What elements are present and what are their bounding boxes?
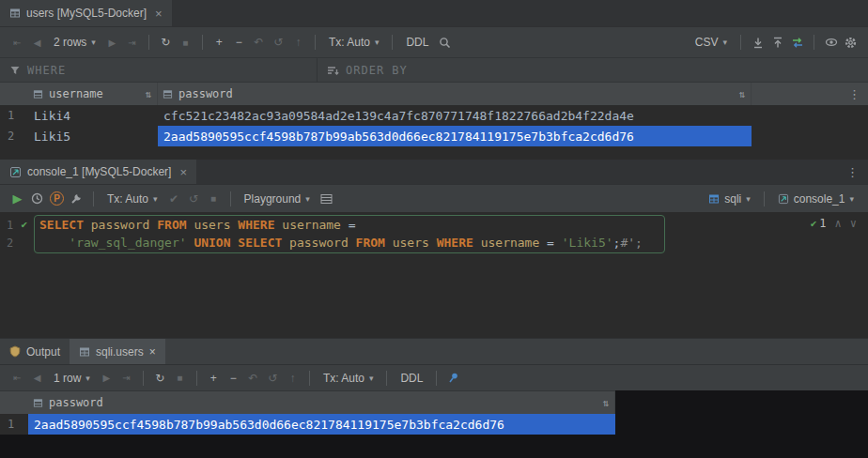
- cell-username[interactable]: Liki5: [28, 126, 158, 146]
- console-menu-kebab-icon[interactable]: ⋮: [846, 165, 859, 179]
- column-header-password[interactable]: password ⇅: [158, 83, 752, 105]
- sql-editor[interactable]: 1 ✔ SELECT password FROM users WHERE use…: [0, 212, 868, 338]
- next-page-button[interactable]: ▶: [97, 368, 116, 388]
- row-number: 2: [0, 130, 28, 143]
- sql-token: users: [187, 218, 239, 232]
- rollback-icon[interactable]: ↺: [184, 189, 204, 208]
- tx-mode-select[interactable]: Tx: Auto ▾: [329, 36, 380, 49]
- tab-result-grid[interactable]: sqli.users ×: [70, 339, 165, 364]
- tx-mode-select[interactable]: Tx: Auto ▾: [107, 192, 158, 206]
- undo-icon[interactable]: ↶: [249, 33, 269, 53]
- separator: [740, 35, 741, 50]
- result-grid-header: password ⇅: [0, 390, 615, 414]
- code-line[interactable]: SELECT password FROM users WHERE usernam…: [32, 218, 356, 232]
- browse-results-icon[interactable]: [317, 189, 336, 208]
- history-clock-icon[interactable]: [27, 189, 47, 208]
- add-row-button[interactable]: +: [204, 368, 224, 388]
- grid-toolbar: ⇤ ◀ 2 rows ▾ ▶ ⇥ ↻ ■ + − ↶ ↺ ↑ Tx: Auto …: [0, 26, 868, 57]
- cell-password-selected[interactable]: 2aad5890595ccf4598b787b99ab563d0d66ec821…: [158, 126, 752, 146]
- close-icon[interactable]: ×: [179, 165, 187, 179]
- stop-icon[interactable]: ■: [176, 33, 195, 53]
- extractor-label: CSV: [695, 36, 719, 49]
- delete-row-button[interactable]: −: [224, 368, 243, 388]
- run-button[interactable]: ▶: [8, 189, 27, 208]
- tab-console[interactable]: console_1 [MySQL5-Docker] ×: [0, 160, 196, 184]
- last-page-button[interactable]: ⇥: [122, 33, 142, 53]
- extractor-select[interactable]: CSV ▾: [695, 36, 727, 49]
- row-count-select[interactable]: 1 row ▾: [54, 372, 90, 385]
- first-page-button[interactable]: ⇤: [8, 33, 27, 53]
- chevron-down-icon: ▾: [91, 38, 96, 47]
- close-icon[interactable]: ×: [149, 345, 156, 359]
- grid-menu-kebab-icon[interactable]: ⋮: [848, 87, 868, 101]
- tx-mode-select[interactable]: Tx: Auto ▾: [323, 372, 374, 385]
- order-by-filter-input[interactable]: ORDER BY: [318, 58, 408, 82]
- sql-token: 'raw_sql_danger': [39, 236, 194, 250]
- editor-line[interactable]: 1 ✔ SELECT password FROM users WHERE use…: [0, 216, 868, 234]
- view-options-eye-icon[interactable]: [821, 33, 841, 53]
- pin-tab-icon[interactable]: [443, 368, 463, 388]
- settings-wrench-icon[interactable]: [67, 189, 86, 208]
- column-header-password[interactable]: password ⇅: [28, 391, 615, 414]
- grid-header: username ⇅ password ⇅ ⋮: [0, 82, 868, 105]
- separator: [230, 191, 231, 206]
- import-data-icon[interactable]: [767, 33, 787, 53]
- search-icon[interactable]: [435, 33, 455, 53]
- previous-page-button[interactable]: ◀: [27, 368, 47, 388]
- ddl-button[interactable]: DDL: [406, 36, 428, 49]
- editor-line[interactable]: 2 'raw_sql_danger' UNION SELECT password…: [0, 234, 868, 252]
- ddl-label: DDL: [400, 372, 423, 385]
- refresh-icon[interactable]: ↻: [156, 33, 176, 53]
- where-filter-input[interactable]: WHERE: [0, 58, 318, 82]
- cell-password[interactable]: cfc521c23482ac93a09584ad2e139c4a7fc87077…: [158, 105, 752, 126]
- inspection-widget: ✔ 1 ∧ ∨: [811, 217, 857, 230]
- previous-page-button[interactable]: ◀: [27, 33, 47, 53]
- add-row-button[interactable]: +: [209, 33, 229, 53]
- next-issue-icon[interactable]: ∨: [850, 217, 857, 230]
- stop-icon[interactable]: ■: [204, 189, 224, 208]
- editor-gutter: 1 ✔: [0, 219, 32, 232]
- submit-icon[interactable]: ↑: [288, 33, 308, 53]
- schema-select[interactable]: sqli ▾: [708, 192, 751, 206]
- sql-token: users: [385, 236, 437, 250]
- close-icon[interactable]: ×: [155, 7, 163, 21]
- undo-icon[interactable]: ↶: [243, 368, 263, 388]
- run-success-check-icon: ✔: [21, 219, 27, 231]
- playground-select[interactable]: Playground ▾: [244, 192, 310, 206]
- stop-icon[interactable]: ■: [170, 368, 190, 388]
- sort-toggle-icon[interactable]: ⇅: [602, 397, 609, 409]
- tab-output[interactable]: Output: [0, 339, 70, 364]
- console-session-label: console_1: [794, 192, 845, 206]
- last-page-button[interactable]: ⇥: [116, 368, 136, 388]
- next-page-button[interactable]: ▶: [102, 33, 122, 53]
- prev-issue-icon[interactable]: ∧: [835, 217, 842, 230]
- export-data-icon[interactable]: [748, 33, 767, 53]
- schema-label: sqli: [724, 192, 741, 206]
- sort-toggle-icon[interactable]: ⇅: [738, 88, 745, 100]
- console-session-select[interactable]: console_1 ▾: [778, 192, 854, 206]
- shield-icon: [9, 345, 21, 358]
- parameters-badge-icon[interactable]: P: [47, 189, 67, 208]
- first-page-button[interactable]: ⇤: [8, 368, 27, 388]
- sort-toggle-icon[interactable]: ⇅: [145, 88, 151, 100]
- tab-users-table[interactable]: users [MySQL5-Docker] ×: [0, 0, 172, 26]
- rollback-icon[interactable]: ↺: [269, 33, 288, 53]
- submit-icon[interactable]: ↑: [283, 368, 302, 388]
- compare-data-icon[interactable]: [787, 33, 807, 53]
- cell-username[interactable]: Liki4: [28, 105, 158, 126]
- code-line[interactable]: 'raw_sql_danger' UNION SELECT password F…: [32, 236, 643, 250]
- row-count-select[interactable]: 2 rows ▾: [54, 36, 96, 49]
- column-header-username[interactable]: username ⇅: [28, 83, 158, 105]
- refresh-icon[interactable]: ↻: [150, 368, 170, 388]
- rollback-icon[interactable]: ↺: [263, 368, 283, 388]
- ddl-button[interactable]: DDL: [400, 372, 423, 385]
- gutter-header: [0, 391, 28, 414]
- chevron-down-icon: ▾: [849, 194, 854, 204]
- table-icon: [9, 8, 21, 19]
- gear-icon[interactable]: [841, 33, 860, 53]
- cell-password-selected[interactable]: 2aad5890595ccf4598b787b99ab563d0d66ec821…: [28, 414, 615, 435]
- delete-row-button[interactable]: −: [229, 33, 249, 53]
- separator: [315, 35, 316, 50]
- chevron-down-icon: ▾: [746, 194, 751, 204]
- commit-check-icon[interactable]: ✔: [164, 189, 184, 208]
